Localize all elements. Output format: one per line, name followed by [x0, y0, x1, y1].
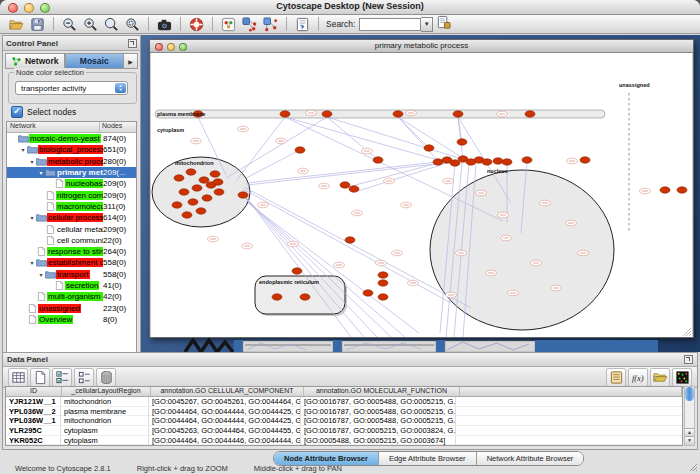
network-node-selected[interactable] [482, 159, 492, 165]
network-node-selected[interactable] [660, 187, 670, 193]
node-color-attribute-select[interactable]: transporter activity ▲▼ [15, 81, 128, 95]
network-edge[interactable] [398, 117, 429, 148]
new-attribute-icon[interactable] [30, 368, 50, 387]
select-attributes-icon[interactable] [52, 368, 72, 387]
tree-row[interactable]: response to stimulu264(0) [7, 246, 136, 257]
network-node-selected[interactable] [363, 290, 373, 296]
tree-row[interactable]: ▾establishment of lo558(0) [7, 257, 136, 268]
network-node-selected[interactable] [322, 111, 332, 117]
tree-expander-icon[interactable]: ▾ [37, 271, 45, 278]
network-node-selected[interactable] [525, 111, 535, 117]
network-edge[interactable] [246, 199, 391, 337]
tree-row[interactable]: nucleobase-209(0) [7, 178, 136, 189]
network-window-titlebar[interactable]: primary metabolic process [150, 40, 693, 53]
help-lifesaver-icon[interactable] [188, 16, 205, 32]
network-node-selected[interactable] [378, 272, 388, 278]
network-node-selected[interactable] [345, 237, 355, 243]
table-row[interactable]: YLR295Ccytoplasm[GO:0045263, GO:0044464,… [6, 426, 682, 436]
network-node-selected[interactable] [202, 195, 212, 201]
network-node-selected[interactable] [378, 294, 388, 300]
table-scrollbar[interactable]: ▲ ▼ [684, 386, 695, 446]
select-nodes-checkbox[interactable]: ✓ [11, 106, 23, 118]
column-header[interactable]: annotation.GO CELLULAR_COMPONENT [151, 387, 304, 396]
tree-expander-icon[interactable]: ▾ [28, 214, 36, 221]
network-edge[interactable] [247, 201, 405, 337]
network-node-selected[interactable] [213, 179, 223, 185]
heatmap-icon[interactable] [672, 368, 692, 387]
tab-network[interactable]: Network [5, 53, 65, 69]
network-node-selected[interactable] [493, 158, 503, 164]
table-row[interactable]: YKR052Ccytoplasm[GO:0044464, GO:0044446,… [6, 436, 682, 446]
zoom-selected-icon[interactable] [124, 16, 141, 32]
search-input[interactable] [359, 18, 421, 31]
network-node-selected[interactable] [182, 212, 192, 218]
network-node-selected[interactable] [280, 111, 290, 117]
zoom-in-icon[interactable] [82, 16, 99, 32]
vizmapper-icon[interactable] [220, 16, 237, 32]
canvas-resize-grip[interactable] [683, 328, 691, 336]
function-builder-icon[interactable]: f(x) [628, 368, 648, 387]
tree-row[interactable]: cell communicat22(0) [7, 235, 136, 246]
resize-grip[interactable] [688, 462, 698, 472]
compartment-mitochondrion[interactable] [152, 157, 250, 227]
save-session-icon[interactable] [29, 16, 46, 32]
compartment-plasma-membrane[interactable] [155, 110, 605, 118]
tree-row[interactable]: macromolecule311(0) [7, 201, 136, 212]
tree-row[interactable]: ▾primary metabo209(... [7, 167, 136, 178]
table-row[interactable]: YJR121W__1mitochondrion[GO:0045267, GO:0… [6, 397, 682, 407]
network-node-selected[interactable] [522, 157, 532, 163]
network-node-selected[interactable] [453, 111, 463, 117]
network-node-selected[interactable] [174, 175, 184, 181]
network-edge[interactable] [327, 117, 462, 159]
tree-expander-icon[interactable]: ▾ [28, 259, 36, 266]
network-node-selected[interactable] [186, 169, 196, 175]
tree-row[interactable]: cellular metabol209(0) [7, 223, 136, 234]
network-node-selected[interactable] [502, 159, 512, 165]
layout-nodes-a-icon[interactable] [241, 16, 258, 32]
network-node-selected[interactable] [457, 139, 467, 145]
network-node-selected[interactable] [192, 185, 202, 191]
tree-header[interactable]: Network Nodes [7, 122, 136, 133]
background-windows-strip[interactable] [141, 338, 700, 352]
tree-expander-icon[interactable]: ▾ [28, 158, 36, 165]
import-network-icon[interactable] [294, 16, 311, 32]
delete-attribute-icon[interactable] [96, 368, 116, 387]
network-node-selected[interactable] [295, 147, 305, 153]
snapshot-icon[interactable] [156, 16, 173, 32]
zoom-out-icon[interactable] [61, 16, 78, 32]
network-node-selected[interactable] [300, 294, 310, 300]
network-node-selected[interactable] [433, 159, 443, 165]
tree-row[interactable]: Overview8(0) [7, 314, 136, 325]
network-node-selected[interactable] [393, 111, 403, 117]
tree-row[interactable]: multi-organism pro42(0) [7, 291, 136, 302]
index-search-icon[interactable] [435, 14, 452, 30]
column-header[interactable]: _cellularLayoutRegion [62, 387, 151, 396]
notes-icon[interactable] [606, 368, 626, 387]
network-node-selected[interactable] [179, 189, 189, 195]
network-node-selected[interactable] [292, 268, 302, 274]
search-dropdown-button[interactable]: ▼ [421, 17, 433, 32]
tree-expander-icon[interactable]: ▾ [19, 146, 27, 153]
network-node-selected[interactable] [424, 145, 434, 151]
table-row[interactable]: YPL036W__1mitochondrion[GO:0044464, GO:0… [6, 416, 682, 426]
tree-expander-icon[interactable]: ▾ [37, 169, 45, 176]
float-panel-icon[interactable] [128, 39, 137, 48]
attribute-table-header[interactable]: ID_cellularLayoutRegionannotation.GO CEL… [6, 387, 682, 397]
network-canvas[interactable]: plasma membranecytoplasmmitochondrionnuc… [151, 53, 692, 337]
network-node-selected[interactable] [172, 202, 182, 208]
tree-row[interactable]: ▾transport558(0) [7, 269, 136, 280]
network-edge[interactable] [358, 163, 447, 191]
attribute-rows-icon[interactable] [74, 368, 94, 387]
tree-row[interactable]: secretion41(0) [7, 280, 136, 291]
compartment-nucleus[interactable] [430, 170, 614, 330]
tab-mosaic[interactable]: Mosaic [65, 53, 125, 69]
open-session-icon[interactable] [8, 16, 25, 32]
network-node-selected[interactable] [340, 182, 350, 188]
network-node-selected[interactable] [349, 186, 359, 192]
network-node-selected[interactable] [580, 157, 590, 163]
table-row[interactable]: YPL036W__2plasma membrane[GO:0044464, GO… [6, 407, 682, 417]
tree-row[interactable]: unassigned223(0) [7, 302, 136, 313]
column-header[interactable]: ID [6, 387, 62, 396]
network-node-selected[interactable] [378, 280, 388, 286]
tree-row[interactable]: ▾metabolic process280(0) [7, 156, 136, 167]
